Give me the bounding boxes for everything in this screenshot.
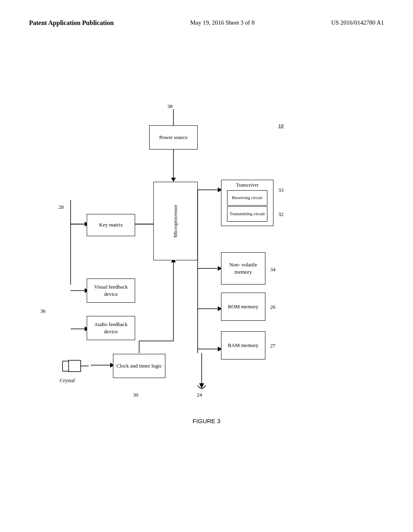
header-left: Patent Application Publication (29, 19, 114, 27)
header-right: US 2016/0142780 A1 (331, 19, 384, 26)
ref-36-label: 36 (40, 308, 46, 315)
svg-marker-2 (171, 178, 176, 182)
microprocessor-box: Microprocessor (153, 182, 198, 260)
ref-34-label: 34 (270, 266, 275, 273)
ref-32-label: 32 (278, 211, 284, 218)
ref-26-label: 26 (270, 304, 275, 311)
clock-timer-box: Clock and timer logic (113, 354, 165, 378)
transceiver-box: Transceiver Receiving circuit Transmitti… (221, 180, 273, 226)
ref-38-label: 38 (167, 103, 173, 110)
ref-30-label: 30 (133, 392, 138, 399)
power-source-box: Power source (149, 125, 198, 150)
diagram-area: 10 38 Power source Microprocessor 28 Key… (0, 47, 413, 409)
visual-feedback-box: Visual feedback device (87, 278, 135, 303)
diagram-lines (0, 47, 413, 409)
transmitting-circuit-box: Transmitting circuit (227, 206, 267, 222)
page-header: Patent Application Publication May 19, 2… (0, 0, 413, 35)
ref-10-label: 10 (278, 123, 284, 129)
ref-24-label: 24 (197, 392, 202, 399)
figure-caption: FIGURE 3 (0, 418, 413, 424)
header-center: May 19, 2016 Sheet 3 of 8 (190, 19, 255, 26)
rom-memory-box: ROM memory (221, 293, 265, 321)
receiving-circuit-box: Receiving circuit (227, 190, 267, 206)
ram-memory-box: RAM memory (221, 331, 265, 360)
ref-33-label: 33 (278, 187, 284, 194)
crystal-symbol (60, 357, 89, 375)
svg-marker-31 (199, 383, 204, 389)
svg-rect-32 (69, 360, 81, 372)
audio-feedback-box: Audio feedback device (87, 316, 135, 340)
nonvolatile-memory-box: Non- volatile memory (221, 252, 265, 285)
ref-27-label: 27 (270, 343, 275, 349)
key-matrix-box: Key matrix (87, 214, 135, 236)
crystal-label: Crystal (60, 377, 75, 384)
ref-28-label: 28 (58, 204, 64, 211)
